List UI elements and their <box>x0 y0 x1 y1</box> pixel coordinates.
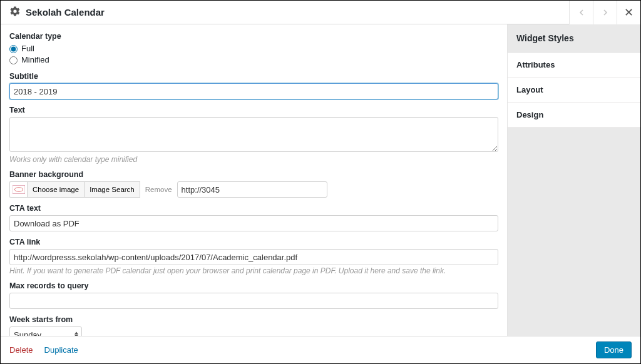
gear-icon <box>9 6 21 19</box>
modal-footer: Delete Duplicate Done <box>1 336 640 363</box>
prev-button[interactable] <box>569 1 593 24</box>
choose-image-button[interactable]: Choose image <box>27 181 85 198</box>
modal-header: Sekolah Calendar ✕ <box>1 1 640 24</box>
calendar-type-full-radio[interactable] <box>9 45 18 53</box>
week-start-label: Week starts from <box>9 315 498 324</box>
text-label: Text <box>9 106 498 114</box>
cta-link-hint: Hint. If you want to generate PDF calend… <box>9 266 498 275</box>
cta-link-input[interactable] <box>9 249 498 265</box>
duplicate-link[interactable]: Duplicate <box>44 345 78 355</box>
sidebar-item-attributes[interactable]: Attributes <box>508 53 640 78</box>
max-records-input[interactable] <box>9 293 498 309</box>
banner-url-input[interactable] <box>177 181 327 198</box>
done-button[interactable]: Done <box>596 341 632 358</box>
subtitle-input[interactable] <box>9 83 498 99</box>
image-search-button[interactable]: Image Search <box>85 181 140 198</box>
widget-styles-sidebar: Widget Styles Attributes Layout Design <box>508 24 640 336</box>
subtitle-label: Subtitle <box>9 72 498 81</box>
sidebar-title: Widget Styles <box>508 24 640 53</box>
calendar-type-minified-radio[interactable] <box>9 56 18 64</box>
banner-thumbnail <box>9 181 27 198</box>
text-textarea[interactable] <box>9 117 498 152</box>
modal-title: Sekolah Calendar <box>26 7 105 18</box>
text-hint: Works only with calendar type minified <box>9 155 498 164</box>
cta-text-label: CTA text <box>9 204 498 213</box>
calendar-type-label: Calendar type <box>9 32 498 41</box>
week-start-select[interactable]: Sunday <box>9 326 82 336</box>
close-button[interactable]: ✕ <box>617 1 640 24</box>
calendar-type-full-label: Full <box>21 43 34 54</box>
form-panel: Calendar type Full Minified Subtitle Tex… <box>1 24 508 336</box>
delete-link[interactable]: Delete <box>9 345 33 355</box>
cta-link-label: CTA link <box>9 238 498 246</box>
cta-text-input[interactable] <box>9 215 498 231</box>
next-button[interactable] <box>593 1 617 24</box>
sidebar-item-layout[interactable]: Layout <box>508 78 640 103</box>
calendar-type-minified-label: Minified <box>21 54 49 66</box>
sidebar-item-design[interactable]: Design <box>508 103 640 128</box>
max-records-label: Max records to query <box>9 281 498 290</box>
banner-label: Banner background <box>9 170 498 179</box>
remove-image-link[interactable]: Remove <box>145 186 172 193</box>
